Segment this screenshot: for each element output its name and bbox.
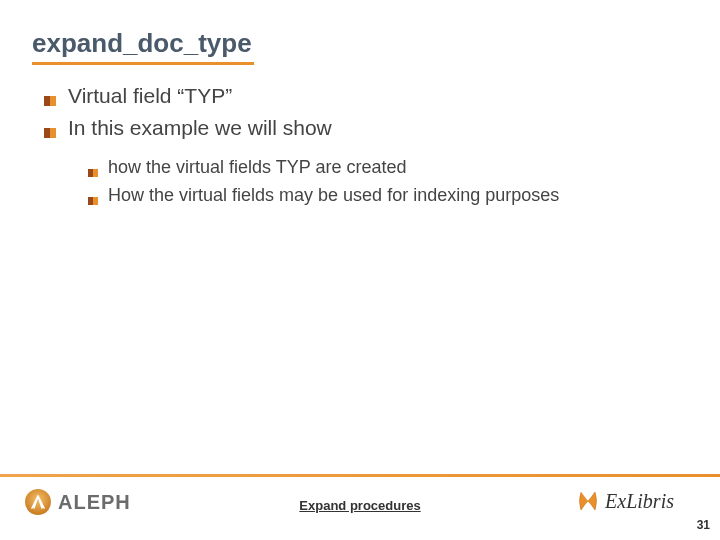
- svg-rect-3: [50, 128, 56, 138]
- list-item-text: Virtual field “TYP”: [68, 82, 232, 110]
- aleph-logo-icon: [24, 488, 52, 516]
- aleph-logo-text: ALEPH: [58, 491, 131, 514]
- list-item: how the virtual fields TYP are created: [88, 155, 680, 181]
- svg-rect-4: [88, 169, 93, 177]
- list-item-text: In this example we will show: [68, 114, 332, 142]
- svg-rect-2: [44, 128, 50, 138]
- slide: expand_doc_type Virtual field “TYP” In t…: [0, 0, 720, 540]
- svg-rect-5: [93, 169, 98, 177]
- list-item: In this example we will show: [44, 114, 680, 142]
- svg-rect-0: [44, 96, 50, 106]
- title-underline: [32, 62, 254, 65]
- bullet-icon: [88, 191, 98, 209]
- svg-rect-1: [50, 96, 56, 106]
- exlibris-logo: ExLibris: [575, 488, 674, 514]
- svg-rect-7: [93, 197, 98, 205]
- slide-footer: ALEPH Expand procedures ExLibris 31: [0, 474, 720, 540]
- footer-link[interactable]: Expand procedures: [299, 498, 420, 513]
- list-item: Virtual field “TYP”: [44, 82, 680, 110]
- sublist: how the virtual fields TYP are created H…: [88, 155, 680, 209]
- slide-content: Virtual field “TYP” In this example we w…: [44, 82, 680, 211]
- slide-title: expand_doc_type: [32, 28, 252, 59]
- footer-divider: [0, 474, 720, 477]
- bullet-icon: [88, 163, 98, 181]
- list-item-text: how the virtual fields TYP are created: [108, 155, 407, 179]
- bullet-icon: [44, 92, 56, 110]
- page-number: 31: [697, 518, 710, 532]
- aleph-logo: ALEPH: [24, 488, 131, 516]
- bullet-icon: [44, 124, 56, 142]
- exlibris-logo-text: ExLibris: [605, 490, 674, 513]
- svg-point-8: [25, 489, 51, 515]
- list-item: How the virtual fields may be used for i…: [88, 183, 680, 209]
- exlibris-logo-icon: [575, 488, 601, 514]
- list-item-text: How the virtual fields may be used for i…: [108, 183, 559, 207]
- svg-rect-6: [88, 197, 93, 205]
